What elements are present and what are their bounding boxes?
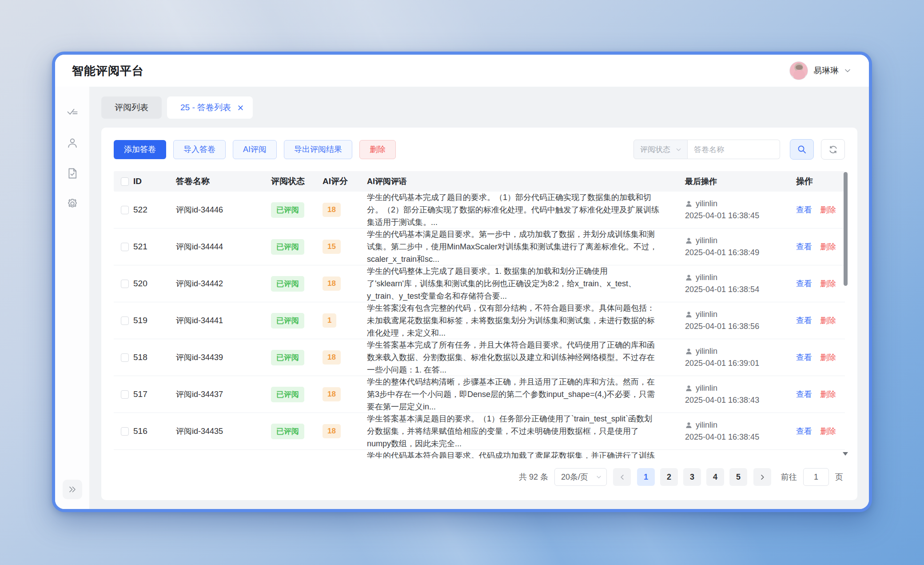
tab-close-button[interactable] <box>237 104 244 111</box>
input-placeholder: 答卷名称 <box>694 144 724 155</box>
select-all-checkbox[interactable] <box>121 177 129 186</box>
chevron-down-icon <box>675 146 682 153</box>
view-link[interactable]: 查看 <box>796 315 812 326</box>
refresh-button[interactable] <box>821 139 845 160</box>
row-id: 516 <box>133 426 176 436</box>
ai-review-comment: 学生的代码整体上完成了题目要求。1. 数据集的加载和划分正确使用了'sklear… <box>367 265 685 302</box>
row-checkbox[interactable] <box>121 353 129 362</box>
tab-answer-list[interactable]: 25 - 答卷列表 <box>167 96 253 119</box>
ai-review-comment: 学生答案基本满足题目的要求。（1）任务部分正确使用了`train_test_sp… <box>367 413 685 450</box>
user-menu[interactable]: 易琳琳 <box>789 61 851 80</box>
column-header-id: ID <box>133 176 176 186</box>
scrollbar-thumb[interactable] <box>844 172 848 286</box>
delete-link[interactable]: 删除 <box>820 352 836 363</box>
page-button-2[interactable]: 2 <box>660 468 678 486</box>
delete-link[interactable]: 删除 <box>820 315 836 326</box>
row-answer-name: 评阅id-34437 <box>176 389 271 400</box>
sidebar-item-settings[interactable] <box>62 193 83 214</box>
view-link[interactable]: 查看 <box>796 389 812 400</box>
row-id: 519 <box>133 316 176 325</box>
review-status-badge: 已评阅 <box>271 202 304 218</box>
person-icon <box>685 200 693 208</box>
chevron-right-icon <box>759 474 766 481</box>
delete-link[interactable]: 删除 <box>820 204 836 215</box>
view-link[interactable]: 查看 <box>796 278 812 289</box>
goto-page-value: 1 <box>814 473 818 482</box>
column-header-score: AI评分 <box>323 176 367 187</box>
last-operation: yilinlin 2025-04-01 16:38:49 <box>685 456 796 458</box>
ai-review-button[interactable]: AI评阅 <box>233 140 277 159</box>
operation-time: 2025-04-01 16:38:45 <box>685 210 792 222</box>
ai-score-badge: 1 <box>323 313 336 328</box>
sidebar-item-users[interactable] <box>62 133 83 153</box>
view-link[interactable]: 查看 <box>796 426 812 437</box>
row-checkbox[interactable] <box>121 243 129 251</box>
goto-page-input[interactable]: 1 <box>803 468 829 486</box>
operation-time: 2025-04-01 16:38:54 <box>685 284 792 296</box>
goto-page-suffix: 页 <box>835 472 843 482</box>
review-status-select[interactable]: 评阅状态 <box>633 140 688 159</box>
page-button-1[interactable]: 1 <box>637 468 655 486</box>
prev-page-button[interactable] <box>613 468 631 486</box>
ai-review-comment: 学生的代码基本符合题目要求。代码成功加载了鸢尾花数据集，并正确进行了训练集和测试… <box>367 449 685 458</box>
last-operation: yilinlin 2025-04-01 16:39:01 <box>685 345 796 369</box>
delete-link[interactable]: 删除 <box>820 389 836 400</box>
export-results-button[interactable]: 导出评阅结果 <box>284 140 352 159</box>
last-operation: yilinlin 2025-04-01 16:38:45 <box>685 198 796 222</box>
table-scrollbar[interactable] <box>844 171 848 458</box>
refresh-icon <box>828 144 838 155</box>
delete-link[interactable]: 删除 <box>820 426 836 437</box>
last-operation: yilinlin 2025-04-01 16:38:56 <box>685 309 796 333</box>
table-row: 516 评阅id-34435 已评阅 18 学生答案基本满足题目的要求。（1）任… <box>114 413 845 450</box>
add-answer-button[interactable]: 添加答卷 <box>114 140 166 159</box>
column-header-comment: AI评阅评语 <box>367 176 685 187</box>
operator-name: yilinlin <box>696 309 717 321</box>
ai-score-badge: 18 <box>323 203 341 217</box>
ai-review-comment: 学生的代码基本完成了题目的要求。（1）部分代码正确实现了数据集的加载和切分。（2… <box>367 192 685 228</box>
page-button-5[interactable]: 5 <box>729 468 747 486</box>
row-checkbox[interactable] <box>121 206 129 214</box>
filter-group: 评阅状态 答卷名称 <box>633 139 845 160</box>
last-operation: yilinlin 2025-04-01 16:38:49 <box>685 235 796 259</box>
search-button[interactable] <box>790 139 814 160</box>
row-answer-name: 评阅id-34444 <box>176 241 271 252</box>
table-row: 521 评阅id-34444 已评阅 15 学生的代码基本满足题目要求。第一步中… <box>114 228 845 265</box>
view-link[interactable]: 查看 <box>796 352 812 363</box>
sidebar-collapse-button[interactable] <box>63 480 82 499</box>
answer-table: ID 答卷名称 评阅状态 AI评分 AI评阅评语 最后操作 操作 522 评阅i… <box>114 171 845 458</box>
page-button-4[interactable]: 4 <box>706 468 724 486</box>
user-icon <box>66 137 79 149</box>
person-icon <box>685 274 693 281</box>
operation-time: 2025-04-01 16:38:56 <box>685 321 792 333</box>
next-page-button[interactable] <box>753 468 771 486</box>
delete-link[interactable]: 删除 <box>820 278 836 289</box>
page-button-3[interactable]: 3 <box>683 468 701 486</box>
settings-gear-icon <box>66 197 79 210</box>
review-status-badge: 已评阅 <box>271 313 304 329</box>
operation-time: 2025-04-01 16:38:45 <box>685 431 792 443</box>
row-checkbox[interactable] <box>121 427 129 436</box>
chevron-down-icon <box>844 67 851 74</box>
sidebar-item-answer-sheets[interactable] <box>62 163 83 184</box>
answer-name-input[interactable]: 答卷名称 <box>688 140 780 159</box>
scrollbar-down-arrow[interactable] <box>843 452 848 456</box>
import-answer-button[interactable]: 导入答卷 <box>173 140 226 159</box>
view-link[interactable]: 查看 <box>796 204 812 215</box>
row-checkbox[interactable] <box>121 280 129 288</box>
operator-name: yilinlin <box>696 382 717 394</box>
sidebar-item-review-list[interactable] <box>62 103 83 123</box>
person-icon <box>685 311 693 318</box>
avatar[interactable] <box>789 61 808 80</box>
ai-score-badge: 18 <box>323 276 341 291</box>
app-header: 智能评阅平台 易琳琳 <box>55 55 869 87</box>
tab-review-list[interactable]: 评阅列表 <box>101 96 162 119</box>
goto-label: 前往 <box>781 472 797 482</box>
page-size-select[interactable]: 20条/页 <box>554 468 607 486</box>
row-checkbox[interactable] <box>121 390 129 399</box>
delete-link[interactable]: 删除 <box>820 241 836 252</box>
delete-button[interactable]: 删除 <box>359 140 396 159</box>
view-link[interactable]: 查看 <box>796 241 812 252</box>
row-checkbox[interactable] <box>121 317 129 325</box>
close-icon <box>237 104 244 111</box>
person-icon <box>685 237 693 244</box>
